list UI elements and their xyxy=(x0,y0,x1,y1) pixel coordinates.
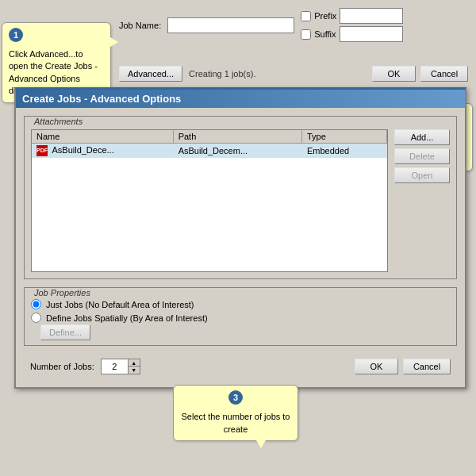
suffix-label: Suffix xyxy=(314,29,336,39)
spinner-arrows: ▲ ▼ xyxy=(129,359,140,374)
callout-1-number: 1 xyxy=(9,28,23,42)
prefix-row: Prefix xyxy=(301,8,403,24)
top-form-area: Job Name: Prefix Suffix Advanced... Crea… xyxy=(119,8,468,82)
table-row[interactable]: PDF AsBuild_Dece... AsBuild_Decem... Emb… xyxy=(32,144,387,159)
attachments-table: Name Path Type PDF AsBuild_Dece... xyxy=(32,130,387,158)
radio2-label: Define Jobs Spatially (By Area of Intere… xyxy=(46,313,208,323)
col-name: Name xyxy=(32,130,173,144)
advanced-button[interactable]: Advanced... xyxy=(119,66,182,82)
callout-3: 3 Select the number of jobs to create xyxy=(173,385,298,441)
delete-button[interactable]: Delete xyxy=(394,148,450,164)
prefix-suffix-area: Prefix Suffix xyxy=(301,8,403,42)
creating-text: Creating 1 job(s). xyxy=(189,69,255,79)
num-jobs-spinner: ▲ ▼ xyxy=(101,359,140,374)
dialog-ok-button[interactable]: OK xyxy=(355,359,398,374)
suffix-row: Suffix xyxy=(301,26,403,42)
attachments-group: Attachments Name Path Type xyxy=(24,116,457,279)
attachments-inner: Name Path Type PDF AsBuild_Dece... xyxy=(25,126,456,278)
side-buttons: Add... Delete Open xyxy=(394,129,450,272)
col-type: Type xyxy=(301,130,386,144)
num-jobs-input[interactable] xyxy=(101,359,129,374)
top-ok-button[interactable]: OK xyxy=(372,66,416,82)
row-name: PDF AsBuild_Dece... xyxy=(32,144,173,159)
callout-3-text: Select the number of jobs to create xyxy=(182,412,290,433)
suffix-checkbox[interactable] xyxy=(301,29,311,40)
pdf-icon: PDF xyxy=(36,145,48,156)
radio-spatial[interactable] xyxy=(31,313,41,323)
radio1-row: Just Jobs (No Default Area of Interest) xyxy=(25,298,456,311)
attachments-table-wrap: Name Path Type PDF AsBuild_Dece... xyxy=(31,129,388,272)
prefix-label: Prefix xyxy=(314,11,336,21)
advanced-row: Advanced... Creating 1 job(s). OK Cancel xyxy=(119,66,468,82)
job-name-row: Job Name: Prefix Suffix xyxy=(119,8,468,42)
prefix-input[interactable] xyxy=(340,8,403,24)
job-name-input[interactable] xyxy=(167,17,294,33)
dialog-title-bar: Create Jobs - Advanced Options xyxy=(16,90,465,108)
spinner-up-button[interactable]: ▲ xyxy=(129,359,140,367)
attachments-label: Attachments xyxy=(31,117,86,126)
radio2-row: Define Jobs Spatially (By Area of Intere… xyxy=(25,311,456,324)
col-path: Path xyxy=(173,130,301,144)
top-cancel-button[interactable]: Cancel xyxy=(420,66,468,82)
dialog-cancel-button[interactable]: Cancel xyxy=(403,359,451,374)
row-path: AsBuild_Decem... xyxy=(173,144,301,159)
advanced-options-dialog: Create Jobs - Advanced Options Attachmen… xyxy=(14,87,466,389)
bottom-buttons: OK Cancel xyxy=(355,359,451,374)
radio1-label: Just Jobs (No Default Area of Interest) xyxy=(46,300,194,309)
dialog-content: Attachments Name Path Type xyxy=(16,108,465,387)
radio-just-jobs[interactable] xyxy=(31,299,41,309)
job-properties-label: Job Properties xyxy=(31,288,94,298)
job-name-label: Job Name: xyxy=(119,21,161,30)
prefix-checkbox[interactable] xyxy=(301,11,311,21)
define-btn-wrap: Define... xyxy=(40,324,456,340)
callout-3-number: 3 xyxy=(228,390,243,405)
dialog-title: Create Jobs - Advanced Options xyxy=(22,93,181,105)
bottom-row: Number of Jobs: ▲ ▼ OK Cancel xyxy=(24,354,457,379)
add-button[interactable]: Add... xyxy=(394,129,450,145)
row-type: Embedded xyxy=(301,144,386,159)
num-jobs-label: Number of Jobs: xyxy=(30,362,94,371)
spinner-down-button[interactable]: ▼ xyxy=(129,367,140,374)
define-button[interactable]: Define... xyxy=(40,324,90,340)
suffix-input[interactable] xyxy=(340,26,403,42)
job-properties-group: Job Properties Just Jobs (No Default Are… xyxy=(24,287,457,346)
open-button[interactable]: Open xyxy=(394,167,450,183)
